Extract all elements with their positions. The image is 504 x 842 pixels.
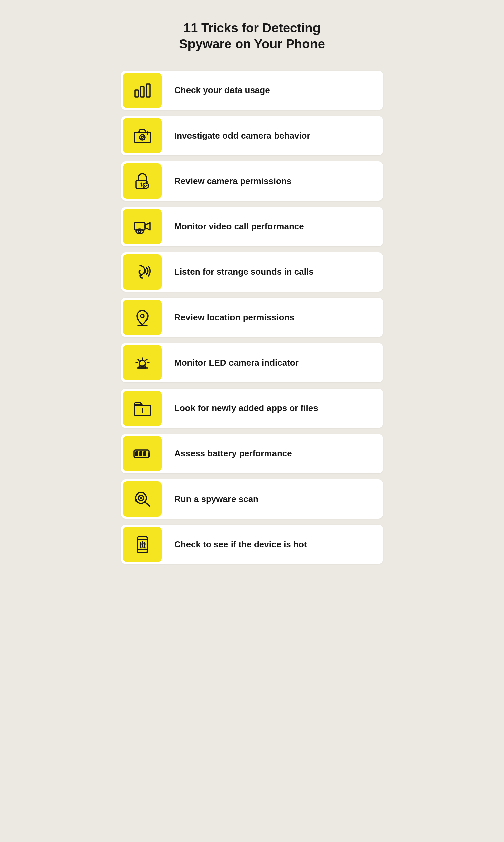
svg-point-13 [141,314,144,317]
svg-point-4 [142,136,143,138]
item-row-video-call: Monitor video call performance [121,207,383,246]
svg-line-28 [145,502,149,506]
item-row-location-permissions: Review location permissions [121,298,383,337]
camera-behavior-icon-box [123,118,162,153]
item-label-device-hot: Check to see if the device is hot [164,539,318,550]
item-row-new-apps: Look for newly added apps or files [121,389,383,428]
item-row-led-indicator: Monitor LED camera indicator [121,343,383,382]
svg-line-17 [138,359,139,360]
led-indicator-icon-box [123,345,162,380]
new-apps-icon-box [123,391,162,426]
item-label-location-permissions: Review location permissions [164,312,305,323]
item-row-device-hot: Check to see if the device is hot [121,525,383,564]
battery-icon-box [123,436,162,471]
location-permissions-icon-box [123,300,162,335]
item-label-new-apps: Look for newly added apps or files [164,403,329,414]
item-label-data-usage: Check your data usage [164,85,281,96]
item-row-camera-permissions: Review camera permissions [121,161,383,201]
svg-point-3 [140,135,145,140]
item-label-camera-behavior: Investigate odd camera behavior [164,130,321,142]
page-title: 11 Tricks for DetectingSpyware on Your P… [121,20,383,52]
svg-rect-24 [136,451,139,456]
item-row-strange-sounds: Listen for strange sounds in calls [121,252,383,292]
svg-line-18 [146,359,147,360]
item-row-data-usage: Check your data usage [121,71,383,110]
svg-point-30 [140,497,142,499]
svg-rect-2 [146,84,150,97]
main-container: 11 Tricks for DetectingSpyware on Your P… [121,20,383,815]
item-row-spyware-scan: Run a spyware scan [121,479,383,519]
item-label-led-indicator: Monitor LED camera indicator [164,357,309,369]
item-label-battery: Assess battery performance [164,448,303,460]
svg-rect-25 [140,451,142,456]
svg-point-22 [142,412,143,413]
svg-rect-1 [141,87,144,97]
camera-permissions-icon-box [123,164,162,199]
svg-point-12 [139,230,141,233]
item-label-strange-sounds: Listen for strange sounds in calls [164,267,325,278]
items-list: Check your data usage Investigate odd ca… [121,71,383,564]
item-label-video-call: Monitor video call performance [164,221,315,233]
item-label-spyware-scan: Run a spyware scan [164,494,269,505]
video-call-icon-box [123,209,162,244]
spyware-scan-icon-box [123,481,162,517]
svg-rect-0 [135,90,139,97]
svg-point-7 [143,183,148,188]
svg-rect-26 [143,451,146,456]
strange-sounds-icon-box [123,254,162,290]
item-label-camera-permissions: Review camera permissions [164,176,302,187]
data-usage-icon-box [123,73,162,108]
device-hot-icon-box [123,527,162,562]
item-row-camera-behavior: Investigate odd camera behavior [121,116,383,155]
item-row-battery: Assess battery performance [121,434,383,473]
